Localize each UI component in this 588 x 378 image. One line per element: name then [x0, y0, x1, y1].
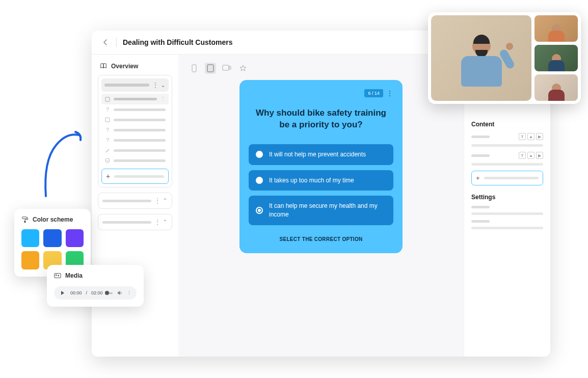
color-swatch[interactable] — [43, 229, 61, 247]
chevron-up-icon[interactable]: ⌃ — [163, 197, 168, 204]
quiz-option[interactable]: It takes up too much of my time — [249, 170, 393, 191]
left-sidebar: Overview ⋮ ⌄ ⋮ ? — [92, 55, 178, 357]
section-menu-icon[interactable]: ⋮ — [154, 219, 161, 226]
device-tablet-button[interactable] — [205, 63, 216, 74]
option-text: It can help me secure my health and my i… — [269, 202, 386, 219]
nav-item[interactable]: ? — [101, 125, 169, 135]
item-menu-icon[interactable]: ⋮ — [160, 96, 166, 102]
favorite-button[interactable] — [237, 63, 249, 74]
video-icon[interactable]: ▶ — [536, 133, 543, 140]
settings-field-row[interactable] — [471, 206, 543, 208]
page-title: Dealing with Difficult Customers — [123, 38, 232, 46]
canvas-area: 6 / 14 ⋮ Why should bike safety training… — [178, 55, 464, 357]
plus-icon: + — [476, 174, 480, 182]
back-button[interactable] — [101, 38, 110, 47]
color-swatch[interactable] — [21, 251, 39, 269]
content-placeholder — [471, 163, 543, 166]
radio-selected-icon — [256, 207, 263, 214]
nav-item[interactable]: ? — [101, 104, 169, 115]
content-placeholder — [471, 144, 543, 147]
add-content-button[interactable]: + — [471, 171, 543, 185]
page-indicator-badge: 6 / 14 — [364, 89, 383, 97]
content-field-row[interactable]: T ▲ ▶ — [471, 152, 543, 159]
nav-section-collapsed[interactable]: ⋮⌃ — [98, 193, 172, 209]
svg-rect-7 — [22, 217, 27, 219]
settings-title: Settings — [471, 194, 543, 201]
nav-section-header[interactable]: ⋮ ⌄ — [101, 78, 169, 92]
content-section: Content T ▲ ▶ T ▲ ▶ — [471, 121, 543, 229]
media-icon — [54, 272, 61, 279]
nav-section-collapsed[interactable]: ⋮⌃ — [98, 214, 172, 230]
quiz-option[interactable]: It can help me secure my health and my i… — [249, 196, 393, 225]
volume-icon[interactable] — [117, 290, 123, 296]
overview-header[interactable]: Overview — [98, 60, 172, 75]
device-desktop-button[interactable] — [221, 63, 232, 74]
nav-item[interactable]: ? — [101, 135, 169, 145]
color-swatch[interactable] — [66, 229, 84, 247]
play-button[interactable] — [59, 289, 66, 296]
card-menu-button[interactable]: ⋮ — [386, 89, 393, 97]
question-icon: ? — [104, 137, 111, 143]
video-thumbnail[interactable] — [534, 15, 578, 42]
nav-item[interactable] — [101, 155, 169, 166]
edit-icon — [104, 147, 111, 153]
svg-rect-5 — [223, 65, 229, 70]
settings-placeholder — [471, 227, 543, 229]
add-item-button[interactable]: + — [101, 169, 169, 184]
video-icon[interactable]: ▶ — [536, 152, 543, 159]
question-icon: ? — [104, 106, 111, 113]
chevron-up-icon[interactable]: ⌃ — [163, 219, 168, 226]
audio-menu-button[interactable]: ⋮ — [127, 290, 131, 295]
quiz-card: 6 / 14 ⋮ Why should bike safety training… — [239, 80, 403, 253]
svg-rect-3 — [192, 65, 196, 72]
device-mobile-portrait-button[interactable] — [189, 63, 200, 74]
svg-rect-6 — [229, 66, 231, 69]
svg-rect-4 — [207, 65, 213, 72]
text-icon[interactable]: T — [519, 152, 526, 159]
video-conference-panel[interactable] — [428, 12, 581, 104]
overview-label: Overview — [111, 63, 138, 70]
svg-rect-8 — [24, 221, 26, 223]
video-main-participant[interactable] — [431, 15, 531, 101]
video-thumbnail[interactable] — [534, 45, 578, 71]
quiz-question: Why should bike safety training be a pri… — [249, 107, 393, 131]
settings-field-row[interactable] — [471, 220, 543, 223]
nav-item[interactable] — [101, 145, 169, 155]
option-text: It will not help me prevent accidents — [269, 150, 366, 159]
color-swatch[interactable] — [21, 229, 39, 247]
svg-rect-9 — [55, 274, 61, 278]
option-text: It takes up too much of my time — [269, 176, 354, 185]
doc-icon — [104, 117, 111, 123]
chevron-down-icon[interactable]: ⌄ — [161, 82, 166, 89]
quiz-option[interactable]: It will not help me prevent accidents — [249, 144, 393, 165]
section-menu-icon[interactable]: ⋮ — [152, 82, 158, 89]
svg-rect-0 — [105, 97, 110, 101]
audio-seek-track[interactable] — [107, 292, 113, 294]
radio-icon — [256, 177, 263, 184]
content-field-row[interactable]: T ▲ ▶ — [471, 133, 543, 140]
content-title: Content — [471, 121, 543, 128]
check-icon — [104, 157, 111, 164]
decorative-arrow — [36, 130, 87, 206]
audio-duration: 02:00 — [91, 290, 103, 295]
video-thumbnail[interactable] — [534, 74, 578, 101]
nav-section-expanded: ⋮ ⌄ ⋮ ? ? ? + — [98, 75, 172, 187]
audio-current-time: 00:00 — [70, 290, 82, 295]
nav-item[interactable]: ⋮ — [101, 94, 169, 104]
doc-icon — [104, 96, 111, 102]
quiz-cta: SELECT THE CORRECT OPTION — [249, 236, 393, 242]
color-grid — [21, 229, 84, 269]
book-icon — [100, 63, 107, 70]
nav-item[interactable] — [101, 115, 169, 125]
image-icon[interactable]: ▲ — [527, 152, 534, 159]
settings-placeholder — [471, 212, 543, 215]
divider — [116, 38, 117, 47]
text-icon[interactable]: T — [519, 133, 526, 140]
paint-roller-icon — [21, 216, 29, 223]
svg-point-2 — [105, 158, 110, 163]
media-panel: Media 00:00 / 02:00 ⋮ — [47, 265, 144, 307]
time-separator: / — [86, 290, 88, 295]
image-icon[interactable]: ▲ — [527, 133, 534, 140]
audio-player[interactable]: 00:00 / 02:00 ⋮ — [54, 286, 137, 300]
section-menu-icon[interactable]: ⋮ — [154, 197, 161, 204]
